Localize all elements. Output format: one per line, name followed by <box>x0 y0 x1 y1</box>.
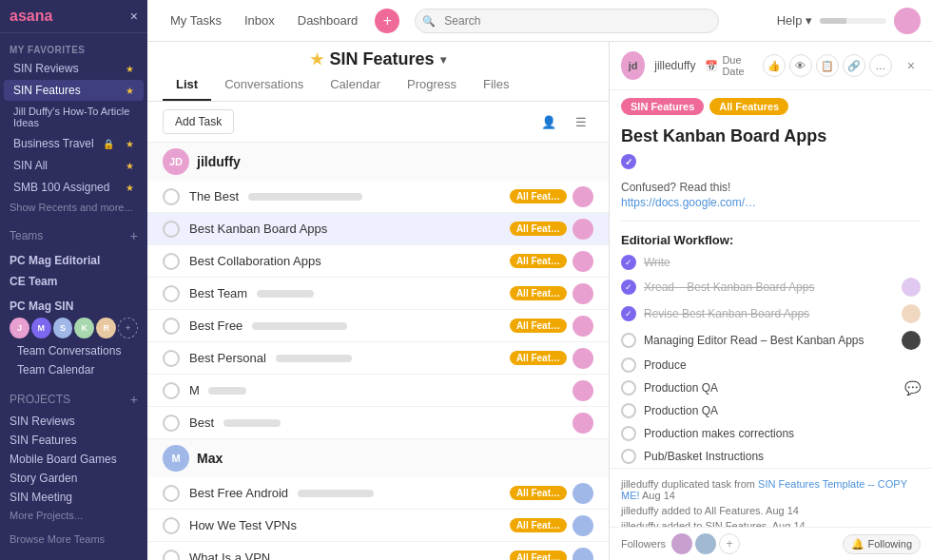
checklist-item[interactable]: Production makes corrections <box>610 422 932 445</box>
tab-files[interactable]: Files <box>470 69 522 101</box>
task-checkbox[interactable] <box>163 188 180 205</box>
project-sin-reviews[interactable]: SIN Reviews <box>0 412 147 431</box>
teams-header[interactable]: Teams + <box>0 223 147 248</box>
checklist-checkbox[interactable] <box>621 449 636 464</box>
detail-close-button[interactable]: × <box>902 54 921 77</box>
task-name: The Best <box>189 189 502 203</box>
add-team-icon[interactable]: + <box>130 228 138 243</box>
task-checkbox[interactable] <box>163 485 180 502</box>
checklist-item[interactable]: Pub/Basket Instructions <box>610 445 932 468</box>
team-pc-mag-sin[interactable]: PC Mag SIN <box>0 294 147 315</box>
checklist-item[interactable]: Managing Editor Read – Best Kanban Apps <box>610 327 932 354</box>
project-sin-features[interactable]: SIN Features <box>0 431 147 450</box>
following-button[interactable]: 🔔 Following <box>843 534 921 554</box>
sidebar-item-jill-article[interactable]: Jill Duffy's How-To Article Ideas <box>4 102 144 132</box>
task-checkbox[interactable] <box>163 318 180 335</box>
sidebar-item-sin-reviews[interactable]: SIN Reviews ★ <box>4 58 144 79</box>
checklist-checkbox[interactable] <box>621 306 636 321</box>
sidebar-item-sin-all[interactable]: SIN All ★ <box>4 155 144 176</box>
table-row[interactable]: Best Team All Feat… <box>147 278 609 310</box>
like-button[interactable]: 👍 <box>763 54 786 77</box>
sidebar-item-business-travel[interactable]: Business Travel 🔒 ★ <box>4 133 144 154</box>
browse-more-teams-link[interactable]: Browse More Teams <box>0 528 147 550</box>
task-name: Best Team <box>189 286 502 300</box>
help-button[interactable]: Help ▾ <box>777 13 812 28</box>
projects-header[interactable]: PROJECTS + <box>0 387 147 412</box>
teams-section: Teams + PC Mag Editorial CE Team PC Mag … <box>0 220 147 383</box>
task-checkbox[interactable] <box>163 221 180 238</box>
table-row[interactable]: Best <box>147 407 609 439</box>
project-dropdown-icon[interactable]: ▾ <box>440 53 446 67</box>
project-star-icon[interactable]: ★ <box>310 50 323 68</box>
copy-button[interactable]: 📋 <box>816 54 839 77</box>
checklist-checkbox[interactable] <box>621 280 636 295</box>
team-conversations-item[interactable]: Team Conversations <box>0 341 147 360</box>
checklist-checkbox[interactable] <box>621 426 636 441</box>
tab-calendar[interactable]: Calendar <box>317 69 394 101</box>
checklist-item[interactable]: Revise Best Kanban Board Apps <box>610 300 932 327</box>
team-pc-mag-editorial[interactable]: PC Mag Editorial <box>0 248 147 269</box>
task-checkbox[interactable] <box>163 253 180 270</box>
assignee-filter-icon[interactable]: 👤 <box>536 109 561 134</box>
detail-tag-sin-features[interactable]: SIN Features <box>621 98 704 115</box>
sidebar-item-sin-features[interactable]: SIN Features ★ <box>4 80 144 101</box>
follow-button[interactable]: 👁 <box>789 54 812 77</box>
checklist-item[interactable]: Production QA 💬 <box>610 377 932 399</box>
table-row[interactable]: Best Personal All Feat… <box>147 342 609 375</box>
inbox-nav[interactable]: Inbox <box>233 8 286 33</box>
task-checkbox[interactable] <box>163 517 180 534</box>
table-row[interactable]: Best Kanban Board Apps All Feat… <box>147 213 609 245</box>
link-button[interactable]: 🔗 <box>843 54 865 77</box>
create-task-button[interactable]: + <box>375 9 399 33</box>
table-row[interactable]: What Is a VPN All Feat… <box>147 542 609 560</box>
sidebar-close-icon[interactable]: × <box>130 9 138 24</box>
options-icon[interactable]: ☰ <box>569 109 593 134</box>
search-input[interactable] <box>415 9 719 33</box>
more-projects-link[interactable]: More Projects... <box>0 507 147 524</box>
more-button[interactable]: … <box>869 54 892 77</box>
task-checkbox[interactable] <box>163 350 180 367</box>
table-row[interactable]: How We Test VPNs All Feat… <box>147 510 609 542</box>
sidebar-item-smb100[interactable]: SMB 100 Assigned ★ <box>4 177 144 198</box>
task-checkbox[interactable] <box>163 550 180 561</box>
table-row[interactable]: The Best All Feat… <box>147 181 609 213</box>
group-name-jill: jilduffy <box>197 154 241 169</box>
checklist-checkbox[interactable] <box>621 380 636 396</box>
checklist-item[interactable]: Write <box>610 251 932 274</box>
team-calendar-item[interactable]: Team Calendar <box>0 360 147 379</box>
task-checkbox[interactable] <box>163 285 180 302</box>
table-row[interactable]: Best Collaboration Apps All Feat… <box>147 245 609 278</box>
user-avatar[interactable] <box>894 8 921 34</box>
checklist-checkbox[interactable] <box>621 357 636 373</box>
checklist-checkbox[interactable] <box>621 333 636 348</box>
dashboard-nav[interactable]: Dashboard <box>286 8 370 33</box>
my-tasks-nav[interactable]: My Tasks <box>159 8 233 33</box>
checklist-item[interactable]: Produce <box>610 354 932 377</box>
tab-conversations[interactable]: Conversations <box>211 69 317 101</box>
detail-due-date[interactable]: 📅 Due Date <box>705 54 756 77</box>
table-row[interactable]: Best Free Android All Feat… <box>147 477 609 510</box>
add-follower-button[interactable]: + <box>719 533 740 554</box>
tab-progress[interactable]: Progress <box>394 69 470 101</box>
group-name-max: Max <box>197 451 223 466</box>
detail-link[interactable]: https://docs.google.com/… <box>621 196 921 209</box>
task-checkbox[interactable] <box>163 382 180 399</box>
checklist-item[interactable]: Xread – Best Kanban Board Apps <box>610 274 932 300</box>
add-member-icon[interactable]: + <box>118 318 138 338</box>
project-sin-meeting[interactable]: SIN Meeting <box>0 488 147 507</box>
checklist-item[interactable]: Production QA <box>610 399 932 422</box>
team-ce-team[interactable]: CE Team <box>0 269 147 290</box>
project-mobile-board-games[interactable]: Mobile Board Games <box>0 450 147 469</box>
task-checkbox[interactable] <box>163 415 180 432</box>
tab-list[interactable]: List <box>163 69 211 101</box>
checklist-checkbox[interactable] <box>621 255 636 270</box>
table-row[interactable]: M <box>147 375 609 407</box>
checklist-checkbox[interactable] <box>621 403 636 418</box>
project-story-garden[interactable]: Story Garden <box>0 469 147 488</box>
table-row[interactable]: Best Free All Feat… <box>147 310 609 342</box>
task-bar <box>276 355 352 362</box>
add-project-icon[interactable]: + <box>130 392 138 407</box>
show-recents-link[interactable]: Show Recents and more... <box>0 199 147 216</box>
detail-tag-all-features[interactable]: All Features <box>709 98 788 115</box>
add-task-button[interactable]: Add Task <box>163 109 234 134</box>
